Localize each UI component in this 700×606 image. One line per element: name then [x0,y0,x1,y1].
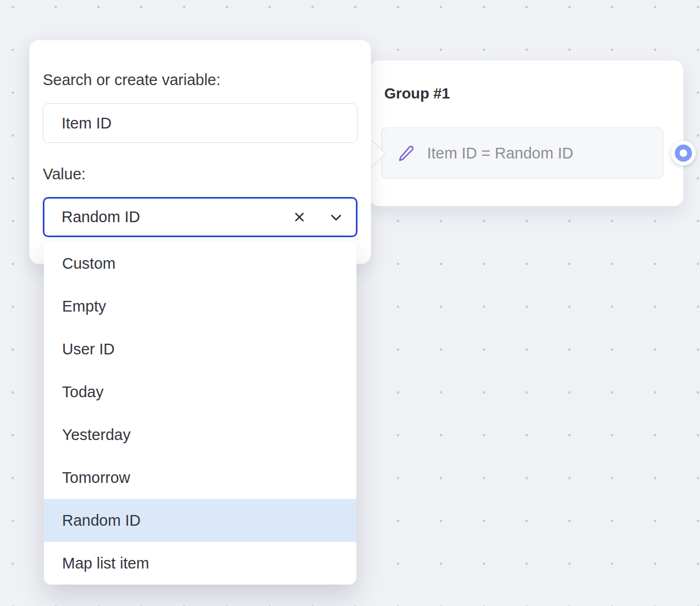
search-variable-label: Search or create variable: [43,71,220,89]
flow-canvas[interactable]: Group #1 Item ID = Random ID Search or c… [0,0,700,606]
output-connector[interactable] [671,141,696,165]
variable-editor-popup: Search or create variable: Value: Random… [29,40,371,264]
pencil-icon [398,145,414,162]
variable-name-input[interactable] [43,103,357,143]
value-dropdown: CustomEmptyUser IDTodayYesterdayTomorrow… [44,242,356,585]
value-label: Value: [43,165,86,183]
group-item-label: Item ID = Random ID [427,145,573,162]
dropdown-option-user-id[interactable]: User ID [44,328,356,370]
dropdown-option-random-id[interactable]: Random ID [44,499,356,542]
connector-ring-icon [675,145,692,162]
dropdown-option-today[interactable]: Today [44,370,356,413]
value-select[interactable]: Random ID [43,197,357,237]
group-card: Group #1 Item ID = Random ID [369,60,683,206]
group-title: Group #1 [384,85,450,102]
dropdown-option-tomorrow[interactable]: Tomorrow [44,456,356,499]
dropdown-option-map-list-item[interactable]: Map list item [44,542,356,585]
value-select-current: Random ID [62,208,292,226]
chevron-down-icon[interactable] [328,209,344,225]
dropdown-option-yesterday[interactable]: Yesterday [44,413,356,456]
clear-icon[interactable] [292,210,307,224]
dropdown-option-empty[interactable]: Empty [44,285,356,328]
group-item-row[interactable]: Item ID = Random ID [381,127,664,179]
dropdown-option-custom[interactable]: Custom [44,242,356,285]
